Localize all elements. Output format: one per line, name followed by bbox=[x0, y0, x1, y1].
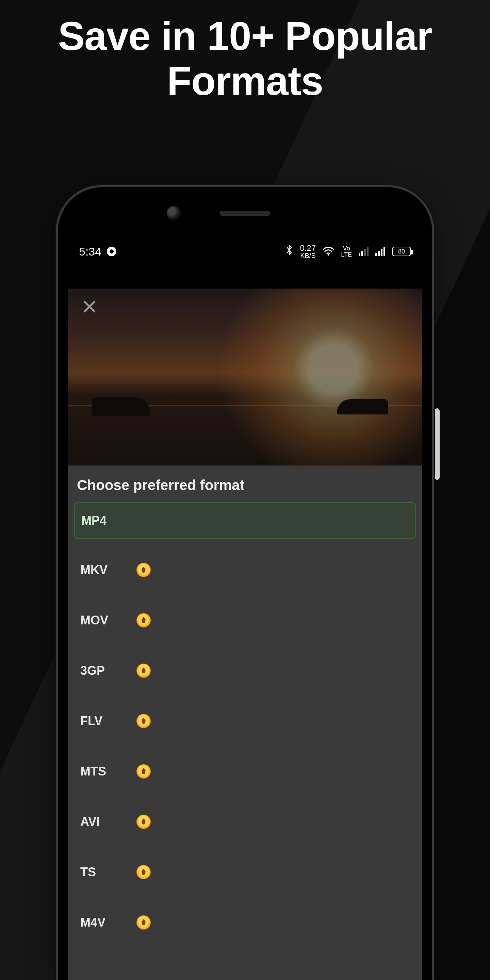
format-option-ts[interactable]: TS bbox=[74, 856, 416, 888]
video-preview bbox=[68, 288, 422, 466]
network-speed: 0.27 KB/S bbox=[300, 244, 316, 259]
wifi-icon bbox=[323, 245, 334, 258]
premium-flame-icon bbox=[137, 865, 151, 879]
format-label: MKV bbox=[80, 563, 137, 577]
format-option-mp4[interactable]: MP4 bbox=[74, 502, 416, 539]
format-label: M4V bbox=[80, 915, 137, 930]
format-option-flv[interactable]: FLV bbox=[74, 705, 416, 737]
phone-frame: 5:34 0.27 KB/S Vo LTE bbox=[58, 187, 432, 980]
status-bar: 5:34 0.27 KB/S Vo LTE bbox=[68, 238, 422, 265]
status-left: 5:34 bbox=[79, 245, 116, 258]
clock-icon bbox=[107, 247, 116, 256]
format-sheet: Choose preferred format MP4MKVMOV3GPFLVM… bbox=[68, 466, 422, 980]
format-option-mov[interactable]: MOV bbox=[74, 605, 416, 636]
promo-headline: Save in 10+ Popular Formats bbox=[0, 14, 490, 103]
speed-unit: KB/S bbox=[300, 252, 316, 259]
phone-front-camera bbox=[167, 206, 181, 221]
volte-indicator: Vo LTE bbox=[341, 245, 352, 258]
format-option-mkv[interactable]: MKV bbox=[74, 554, 416, 586]
battery-indicator: 80 bbox=[392, 247, 411, 256]
format-label: AVI bbox=[80, 815, 137, 829]
phone-screen: 5:34 0.27 KB/S Vo LTE bbox=[68, 238, 422, 980]
status-right: 0.27 KB/S Vo LTE 80 bbox=[285, 244, 411, 259]
format-label: FLV bbox=[80, 714, 137, 728]
format-label: 3GP bbox=[80, 663, 137, 678]
close-icon[interactable] bbox=[80, 298, 99, 316]
battery-percent: 80 bbox=[398, 248, 405, 255]
premium-flame-icon bbox=[137, 714, 151, 728]
premium-flame-icon bbox=[137, 815, 151, 829]
sheet-title: Choose preferred format bbox=[74, 477, 416, 502]
headline-line-1: Save in 10+ Popular bbox=[58, 14, 432, 59]
format-label: MTS bbox=[80, 764, 137, 778]
format-option-avi[interactable]: AVI bbox=[74, 806, 416, 838]
headline-line-2: Formats bbox=[167, 59, 323, 103]
premium-flame-icon bbox=[137, 613, 151, 627]
premium-flame-icon bbox=[137, 764, 151, 778]
format-label: MP4 bbox=[81, 514, 137, 528]
statusbar-spacer bbox=[68, 265, 422, 288]
phone-speaker bbox=[220, 211, 270, 216]
premium-flame-icon bbox=[137, 563, 151, 577]
format-option-mts[interactable]: MTS bbox=[74, 756, 416, 788]
format-label: TS bbox=[80, 865, 137, 879]
signal-bars-2 bbox=[375, 247, 385, 256]
premium-flame-icon bbox=[137, 663, 151, 678]
volte-bottom: LTE bbox=[341, 251, 352, 258]
speed-value: 0.27 bbox=[300, 244, 316, 252]
premium-flame-icon bbox=[137, 915, 151, 930]
bluetooth-icon bbox=[285, 245, 293, 258]
svg-point-0 bbox=[328, 254, 329, 256]
dim-overlay bbox=[68, 288, 422, 466]
status-time: 5:34 bbox=[79, 245, 102, 258]
volte-top: Vo bbox=[341, 245, 352, 251]
format-option-3gp[interactable]: 3GP bbox=[74, 655, 416, 687]
signal-bars-1 bbox=[359, 247, 369, 256]
format-option-list: MP4MKVMOV3GPFLVMTSAVITSM4V bbox=[74, 502, 416, 939]
format-label: MOV bbox=[80, 613, 137, 627]
phone-side-button bbox=[435, 408, 440, 480]
format-option-m4v[interactable]: M4V bbox=[74, 907, 416, 939]
